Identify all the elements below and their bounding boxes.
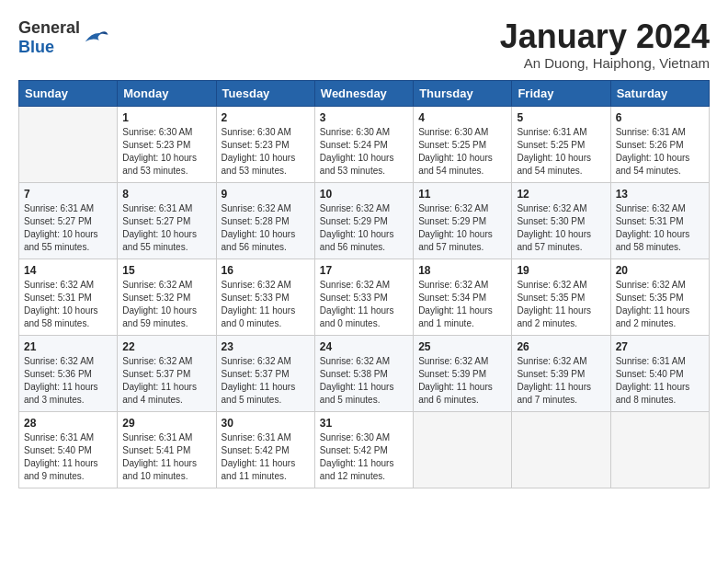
day-number: 8 xyxy=(122,188,210,201)
calendar-cell xyxy=(19,106,118,182)
day-number: 31 xyxy=(320,417,408,430)
calendar-cell: 13Sunrise: 6:32 AMSunset: 5:31 PMDayligh… xyxy=(610,182,709,259)
calendar-cell: 8Sunrise: 6:31 AMSunset: 5:27 PMDaylight… xyxy=(118,182,216,259)
day-number: 10 xyxy=(320,188,408,201)
day-number: 21 xyxy=(24,340,112,353)
calendar-cell: 9Sunrise: 6:32 AMSunset: 5:28 PMDaylight… xyxy=(216,182,314,259)
day-info: Sunrise: 6:32 AMSunset: 5:32 PMDaylight:… xyxy=(122,279,210,330)
calendar-cell: 18Sunrise: 6:32 AMSunset: 5:34 PMDayligh… xyxy=(414,259,512,335)
calendar-cell: 11Sunrise: 6:32 AMSunset: 5:29 PMDayligh… xyxy=(414,182,512,259)
day-number: 6 xyxy=(616,111,704,124)
day-number: 13 xyxy=(616,188,704,201)
day-number: 24 xyxy=(320,340,408,353)
calendar-cell: 21Sunrise: 6:32 AMSunset: 5:36 PMDayligh… xyxy=(19,335,118,411)
day-info: Sunrise: 6:32 AMSunset: 5:33 PMDaylight:… xyxy=(222,279,310,330)
day-info: Sunrise: 6:30 AMSunset: 5:24 PMDaylight:… xyxy=(320,126,408,178)
calendar-cell: 1Sunrise: 6:30 AMSunset: 5:23 PMDaylight… xyxy=(118,106,216,182)
day-number: 22 xyxy=(122,340,210,353)
day-number: 23 xyxy=(222,340,310,353)
day-info: Sunrise: 6:32 AMSunset: 5:37 PMDaylight:… xyxy=(122,355,210,407)
day-number: 27 xyxy=(616,340,704,353)
location-subtitle: An Duong, Haiphong, Vietnam xyxy=(500,55,710,71)
day-number: 17 xyxy=(320,264,408,277)
calendar-cell: 31Sunrise: 6:30 AMSunset: 5:42 PMDayligh… xyxy=(314,411,413,488)
day-info: Sunrise: 6:32 AMSunset: 5:30 PMDaylight:… xyxy=(517,202,605,254)
calendar-cell: 25Sunrise: 6:32 AMSunset: 5:39 PMDayligh… xyxy=(414,335,512,411)
calendar-cell: 27Sunrise: 6:31 AMSunset: 5:40 PMDayligh… xyxy=(610,335,709,411)
day-number: 14 xyxy=(24,264,112,277)
calendar-cell xyxy=(414,411,512,488)
calendar-cell: 14Sunrise: 6:32 AMSunset: 5:31 PMDayligh… xyxy=(19,259,118,335)
day-info: Sunrise: 6:32 AMSunset: 5:31 PMDaylight:… xyxy=(24,279,112,330)
calendar-cell xyxy=(610,411,709,488)
weekday-header-monday: Monday xyxy=(118,80,216,106)
day-info: Sunrise: 6:31 AMSunset: 5:27 PMDaylight:… xyxy=(24,202,112,254)
day-number: 25 xyxy=(418,340,506,353)
day-number: 18 xyxy=(418,264,506,277)
day-number: 16 xyxy=(222,264,310,277)
calendar-cell: 10Sunrise: 6:32 AMSunset: 5:29 PMDayligh… xyxy=(314,182,413,259)
day-number: 9 xyxy=(222,188,310,201)
day-info: Sunrise: 6:30 AMSunset: 5:42 PMDaylight:… xyxy=(320,431,408,483)
day-info: Sunrise: 6:30 AMSunset: 5:23 PMDaylight:… xyxy=(122,126,210,178)
calendar-cell: 23Sunrise: 6:32 AMSunset: 5:37 PMDayligh… xyxy=(216,335,314,411)
day-number: 30 xyxy=(222,417,310,430)
calendar-cell: 12Sunrise: 6:32 AMSunset: 5:30 PMDayligh… xyxy=(512,182,610,259)
day-number: 20 xyxy=(616,264,704,277)
calendar-cell: 3Sunrise: 6:30 AMSunset: 5:24 PMDaylight… xyxy=(314,106,413,182)
page-header: General Blue January 2024 An Duong, Haip… xyxy=(18,18,710,71)
day-info: Sunrise: 6:30 AMSunset: 5:25 PMDaylight:… xyxy=(418,126,506,178)
day-info: Sunrise: 6:32 AMSunset: 5:33 PMDaylight:… xyxy=(320,279,408,330)
day-info: Sunrise: 6:31 AMSunset: 5:41 PMDaylight:… xyxy=(122,431,210,483)
week-row-3: 14Sunrise: 6:32 AMSunset: 5:31 PMDayligh… xyxy=(19,259,710,335)
calendar-cell: 24Sunrise: 6:32 AMSunset: 5:38 PMDayligh… xyxy=(314,335,413,411)
calendar-cell xyxy=(512,411,610,488)
weekday-header-thursday: Thursday xyxy=(414,80,512,106)
calendar-table: SundayMondayTuesdayWednesdayThursdayFrid… xyxy=(18,80,710,488)
calendar-cell: 19Sunrise: 6:32 AMSunset: 5:35 PMDayligh… xyxy=(512,259,610,335)
day-info: Sunrise: 6:31 AMSunset: 5:40 PMDaylight:… xyxy=(616,355,704,407)
logo-bird-icon xyxy=(82,27,109,50)
day-info: Sunrise: 6:32 AMSunset: 5:39 PMDaylight:… xyxy=(517,355,605,407)
day-number: 4 xyxy=(418,111,506,124)
calendar-cell: 28Sunrise: 6:31 AMSunset: 5:40 PMDayligh… xyxy=(19,411,118,488)
logo-general-text: General xyxy=(18,18,80,37)
calendar-cell: 5Sunrise: 6:31 AMSunset: 5:25 PMDaylight… xyxy=(512,106,610,182)
calendar-cell: 16Sunrise: 6:32 AMSunset: 5:33 PMDayligh… xyxy=(216,259,314,335)
calendar-cell: 4Sunrise: 6:30 AMSunset: 5:25 PMDaylight… xyxy=(414,106,512,182)
weekday-header-saturday: Saturday xyxy=(610,80,709,106)
week-row-5: 28Sunrise: 6:31 AMSunset: 5:40 PMDayligh… xyxy=(19,411,710,488)
calendar-cell: 2Sunrise: 6:30 AMSunset: 5:23 PMDaylight… xyxy=(216,106,314,182)
day-number: 19 xyxy=(517,264,605,277)
day-info: Sunrise: 6:32 AMSunset: 5:35 PMDaylight:… xyxy=(517,279,605,330)
weekday-header-tuesday: Tuesday xyxy=(216,80,314,106)
day-number: 1 xyxy=(122,111,210,124)
month-title: January 2024 xyxy=(500,18,710,55)
day-number: 2 xyxy=(222,111,310,124)
day-info: Sunrise: 6:32 AMSunset: 5:35 PMDaylight:… xyxy=(616,279,704,330)
day-info: Sunrise: 6:32 AMSunset: 5:29 PMDaylight:… xyxy=(320,202,408,254)
week-row-4: 21Sunrise: 6:32 AMSunset: 5:36 PMDayligh… xyxy=(19,335,710,411)
day-info: Sunrise: 6:31 AMSunset: 5:26 PMDaylight:… xyxy=(616,126,704,178)
calendar-cell: 6Sunrise: 6:31 AMSunset: 5:26 PMDaylight… xyxy=(610,106,709,182)
weekday-header-row: SundayMondayTuesdayWednesdayThursdayFrid… xyxy=(19,80,710,106)
day-number: 7 xyxy=(24,188,112,201)
week-row-1: 1Sunrise: 6:30 AMSunset: 5:23 PMDaylight… xyxy=(19,106,710,182)
day-info: Sunrise: 6:31 AMSunset: 5:27 PMDaylight:… xyxy=(122,202,210,254)
day-info: Sunrise: 6:30 AMSunset: 5:23 PMDaylight:… xyxy=(222,126,310,178)
logo: General Blue xyxy=(18,18,109,57)
day-info: Sunrise: 6:32 AMSunset: 5:31 PMDaylight:… xyxy=(616,202,704,254)
calendar-cell: 7Sunrise: 6:31 AMSunset: 5:27 PMDaylight… xyxy=(19,182,118,259)
day-number: 26 xyxy=(517,340,605,353)
logo-blue-text: Blue xyxy=(18,38,54,56)
week-row-2: 7Sunrise: 6:31 AMSunset: 5:27 PMDaylight… xyxy=(19,182,710,259)
calendar-cell: 26Sunrise: 6:32 AMSunset: 5:39 PMDayligh… xyxy=(512,335,610,411)
weekday-header-wednesday: Wednesday xyxy=(314,80,413,106)
calendar-cell: 17Sunrise: 6:32 AMSunset: 5:33 PMDayligh… xyxy=(314,259,413,335)
day-info: Sunrise: 6:32 AMSunset: 5:39 PMDaylight:… xyxy=(418,355,506,407)
calendar-cell: 29Sunrise: 6:31 AMSunset: 5:41 PMDayligh… xyxy=(118,411,216,488)
day-number: 29 xyxy=(122,417,210,430)
day-info: Sunrise: 6:32 AMSunset: 5:29 PMDaylight:… xyxy=(418,202,506,254)
day-number: 3 xyxy=(320,111,408,124)
day-info: Sunrise: 6:32 AMSunset: 5:28 PMDaylight:… xyxy=(222,202,310,254)
